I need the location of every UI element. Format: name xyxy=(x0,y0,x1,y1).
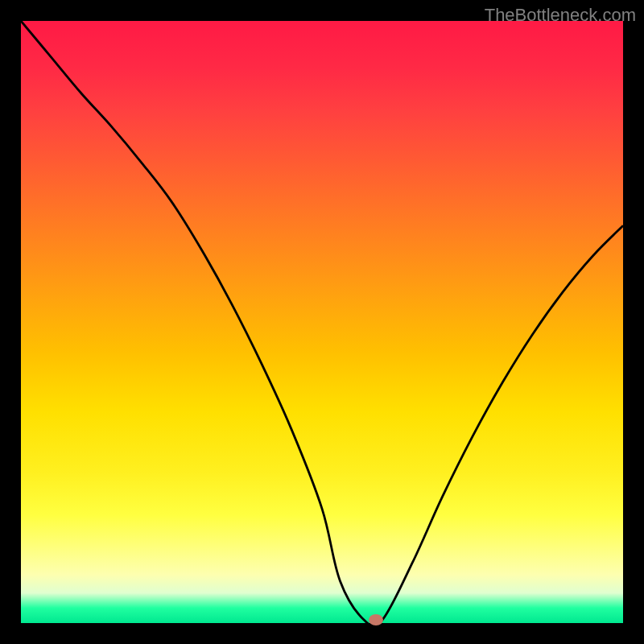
bottleneck-curve xyxy=(21,21,623,623)
optimal-point-marker xyxy=(369,614,383,625)
plot-area xyxy=(21,21,623,623)
chart-container: TheBottleneck.com xyxy=(0,0,644,644)
watermark-text: TheBottleneck.com xyxy=(485,5,636,26)
